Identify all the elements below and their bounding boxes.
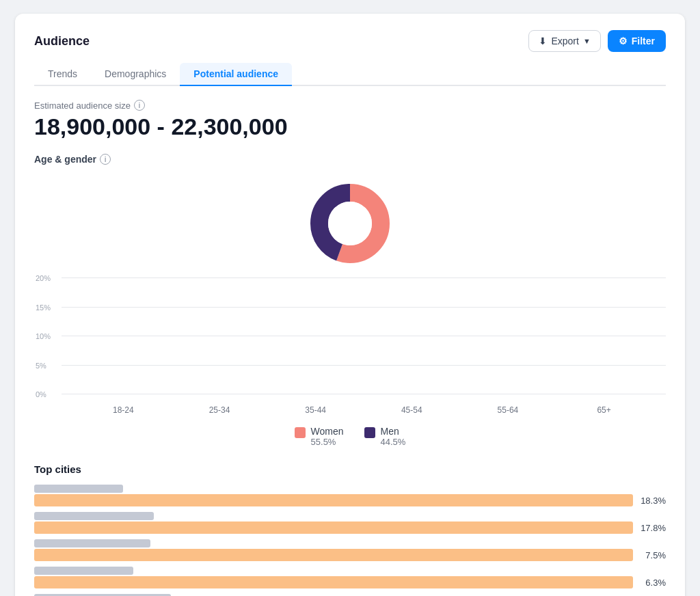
- age-gender-section: Age & gender i 0% 5% 10% 15% 20%: [34, 154, 666, 447]
- filter-button[interactable]: ⚙ Filter: [608, 30, 666, 52]
- city-1-pct: 18.3%: [638, 496, 666, 506]
- city-row-2: 17.8%: [34, 512, 666, 534]
- audience-size-value: 18,900,000 - 22,300,000: [34, 113, 666, 140]
- donut-chart: [34, 176, 666, 271]
- x-label-65plus: 65+: [580, 405, 629, 415]
- top-cities-section: Top cities 18.3% 17.8%: [34, 463, 666, 596]
- export-button[interactable]: ⬇ Export ▼: [528, 30, 600, 52]
- x-labels: 18-24 25-34 35-44 45-54 55-64 65+: [62, 405, 666, 415]
- city-1-gray-bar: [34, 485, 123, 493]
- legend-women: Women 55.5%: [295, 426, 344, 447]
- chart-legend: Women 55.5% Men 44.5%: [34, 426, 666, 447]
- bar-chart: 0% 5% 10% 15% 20%: [34, 278, 666, 415]
- city-4-pct: 6.3%: [638, 578, 666, 588]
- city-1-orange-bar: [34, 494, 633, 506]
- city-4-orange-bar: [34, 576, 633, 588]
- city-row-1: 18.3%: [34, 485, 666, 506]
- city-2-pct: 17.8%: [638, 523, 666, 533]
- filter-icon: ⚙: [619, 36, 628, 46]
- x-label-35-44: 35-44: [291, 405, 340, 415]
- tabs-bar: Trends Demographics Potential audience: [34, 63, 666, 86]
- legend-men-color: [364, 427, 375, 438]
- donut-center: [328, 202, 372, 245]
- tab-demographics[interactable]: Demographics: [91, 63, 180, 86]
- legend-women-pct: 55.5%: [311, 437, 344, 447]
- bars-area: [62, 278, 666, 394]
- export-icon: ⬇: [539, 36, 547, 46]
- city-2-orange-bar: [34, 522, 633, 534]
- tab-potential-audience[interactable]: Potential audience: [180, 63, 292, 86]
- x-label-18-24: 18-24: [98, 405, 148, 415]
- age-gender-info-icon[interactable]: i: [100, 154, 111, 165]
- page-title: Audience: [34, 34, 90, 49]
- legend-women-label: Women: [311, 426, 344, 437]
- legend-men-pct: 44.5%: [381, 437, 406, 447]
- header: Audience ⬇ Export ▼ ⚙ Filter: [34, 30, 666, 52]
- legend-men: Men 44.5%: [364, 426, 406, 447]
- city-3-orange-bar: [34, 549, 633, 561]
- top-cities-title: Top cities: [34, 463, 666, 475]
- main-card: Audience ⬇ Export ▼ ⚙ Filter Trends Demo…: [15, 14, 685, 596]
- x-label-55-64: 55-64: [483, 405, 533, 415]
- x-label-25-34: 25-34: [195, 405, 244, 415]
- city-4-gray-bar: [34, 567, 133, 575]
- audience-size-label: Estimated audience size i: [34, 100, 666, 111]
- city-row-4: 6.3%: [34, 567, 666, 588]
- city-3-gray-bar: [34, 539, 150, 547]
- donut-svg: [302, 176, 398, 271]
- city-row-3: 7.5%: [34, 539, 666, 561]
- audience-size-info-icon[interactable]: i: [134, 100, 145, 111]
- legend-women-color: [295, 427, 306, 438]
- header-actions: ⬇ Export ▼ ⚙ Filter: [528, 30, 666, 52]
- tab-trends[interactable]: Trends: [34, 63, 91, 86]
- city-3-pct: 7.5%: [638, 550, 666, 560]
- chevron-down-icon: ▼: [583, 37, 591, 45]
- city-2-gray-bar: [34, 512, 154, 520]
- legend-men-label: Men: [381, 426, 406, 437]
- x-label-45-54: 45-54: [387, 405, 436, 415]
- age-gender-title: Age & gender i: [34, 154, 666, 165]
